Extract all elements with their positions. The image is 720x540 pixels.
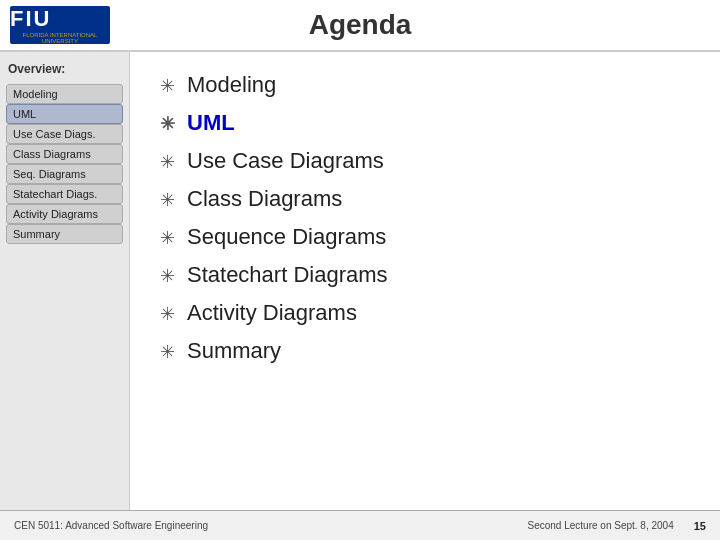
sidebar-item-statechart-diags[interactable]: Statechart Diags.	[6, 184, 123, 204]
sidebar-item-class-diagrams[interactable]: Class Diagrams	[6, 144, 123, 164]
bullet-icon: ✳	[160, 341, 175, 363]
header: FIU FLORIDA INTERNATIONAL UNIVERSITY Age…	[0, 0, 720, 52]
agenda-item: ✳Use Case Diagrams	[160, 148, 690, 174]
sidebar-item-use-case-diags[interactable]: Use Case Diags.	[6, 124, 123, 144]
agenda-item-label: Sequence Diagrams	[187, 224, 386, 250]
footer-course: CEN 5011: Advanced Software Engineering	[14, 520, 208, 531]
agenda-item: ✳Sequence Diagrams	[160, 224, 690, 250]
sidebar-item-activity-diagrams[interactable]: Activity Diagrams	[6, 204, 123, 224]
bullet-icon: ✳	[160, 265, 175, 287]
logo-area: FIU FLORIDA INTERNATIONAL UNIVERSITY	[10, 6, 110, 44]
logo: FIU FLORIDA INTERNATIONAL UNIVERSITY	[10, 6, 110, 44]
page-title: Agenda	[309, 9, 412, 41]
sidebar-item-uml[interactable]: UML	[6, 104, 123, 124]
footer: CEN 5011: Advanced Software Engineering …	[0, 510, 720, 540]
logo-box: FIU FLORIDA INTERNATIONAL UNIVERSITY	[10, 6, 110, 44]
sidebar-item-summary[interactable]: Summary	[6, 224, 123, 244]
agenda-item-label: UML	[187, 110, 235, 136]
page-wrapper: FIU FLORIDA INTERNATIONAL UNIVERSITY Age…	[0, 0, 720, 540]
logo-subtext: FLORIDA INTERNATIONAL UNIVERSITY	[10, 32, 110, 44]
agenda-item: ✳Modeling	[160, 72, 690, 98]
bullet-icon: ✳	[160, 303, 175, 325]
bullet-icon: ✳	[160, 151, 175, 173]
agenda-item-label: Modeling	[187, 72, 276, 98]
agenda-item: ✳Statechart Diagrams	[160, 262, 690, 288]
footer-page-number: 15	[694, 520, 706, 532]
agenda-item-label: Summary	[187, 338, 281, 364]
agenda-item: ✳Summary	[160, 338, 690, 364]
content-area: ✳Modeling✳UML✳Use Case Diagrams✳Class Di…	[130, 52, 720, 510]
agenda-item: ✳UML	[160, 110, 690, 136]
agenda-list: ✳Modeling✳UML✳Use Case Diagrams✳Class Di…	[160, 72, 690, 500]
logo-text: FIU	[10, 6, 51, 31]
sidebar-item-modeling[interactable]: Modeling	[6, 84, 123, 104]
agenda-item-label: Activity Diagrams	[187, 300, 357, 326]
bullet-icon: ✳	[160, 189, 175, 211]
bullet-icon: ✳	[160, 75, 175, 97]
sidebar: Overview: ModelingUMLUse Case Diags.Clas…	[0, 52, 130, 510]
agenda-item-label: Statechart Diagrams	[187, 262, 388, 288]
bullet-icon: ✳	[160, 227, 175, 249]
overview-label: Overview:	[6, 62, 123, 76]
agenda-item-label: Use Case Diagrams	[187, 148, 384, 174]
agenda-item-label: Class Diagrams	[187, 186, 342, 212]
agenda-item: ✳Class Diagrams	[160, 186, 690, 212]
sidebar-item-seq-diagrams[interactable]: Seq. Diagrams	[6, 164, 123, 184]
main-content: Overview: ModelingUMLUse Case Diags.Clas…	[0, 52, 720, 510]
bullet-icon: ✳	[160, 113, 175, 135]
footer-date: Second Lecture on Sept. 8, 2004	[528, 520, 674, 531]
agenda-item: ✳Activity Diagrams	[160, 300, 690, 326]
